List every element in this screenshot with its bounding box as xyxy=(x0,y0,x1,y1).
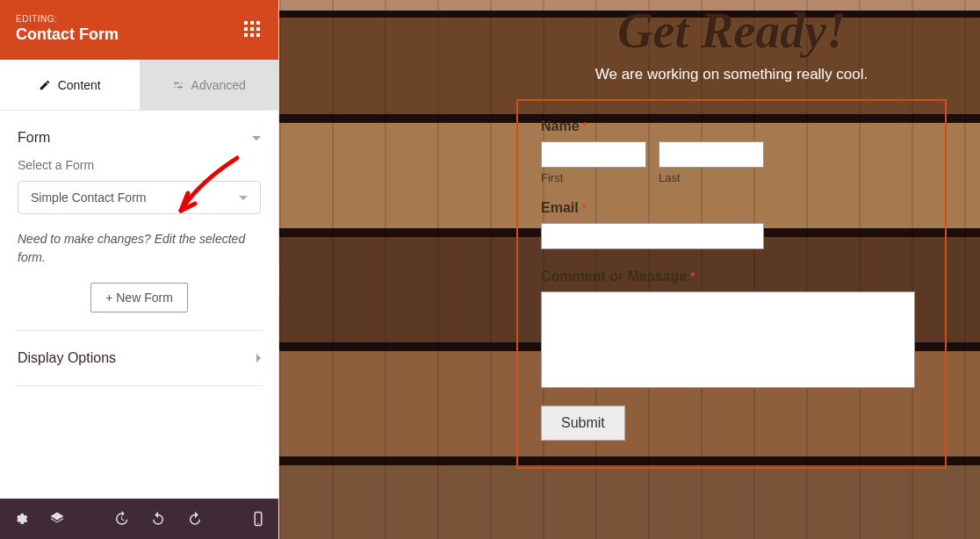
sidebar-header: EDITING: Contact Form xyxy=(0,0,278,60)
first-label: First xyxy=(541,171,646,184)
new-form-button[interactable]: + New Form xyxy=(90,283,188,313)
name-label: Name * xyxy=(541,119,922,134)
form-select[interactable]: Simple Contact Form xyxy=(18,181,261,214)
history-icon[interactable] xyxy=(113,511,129,527)
comment-label: Comment or Message * xyxy=(541,269,922,284)
comment-textarea[interactable] xyxy=(541,291,915,388)
tagline-text: We are working on something really cool. xyxy=(516,66,947,83)
layers-icon[interactable] xyxy=(49,511,65,527)
panel: Form Select a Form Simple Contact Form N… xyxy=(0,111,278,499)
widget-title: Contact Form xyxy=(16,25,119,44)
tab-content[interactable]: Content xyxy=(0,60,140,110)
editing-label: EDITING: xyxy=(16,14,119,24)
undo-icon[interactable] xyxy=(150,511,166,527)
display-options-label: Display Options xyxy=(18,350,116,366)
chevron-down-icon xyxy=(252,136,261,140)
settings-icon[interactable] xyxy=(12,511,28,527)
required-mark: * xyxy=(690,270,695,283)
required-mark: * xyxy=(583,119,587,133)
form-section-label: Form xyxy=(18,130,50,146)
tabs: Content Advanced xyxy=(0,60,278,111)
help-text: Need to make changes? Edit the selected … xyxy=(18,230,261,267)
chevron-right-icon xyxy=(256,354,261,363)
email-input[interactable] xyxy=(541,223,764,249)
select-form-label: Select a Form xyxy=(18,158,261,172)
headline-text: Get Ready! xyxy=(516,5,947,57)
email-label: Email * xyxy=(541,200,922,216)
tab-content-label: Content xyxy=(58,78,101,92)
form-select-value: Simple Contact Form xyxy=(31,190,146,205)
last-label: Last xyxy=(659,171,764,184)
caret-down-icon xyxy=(239,196,248,200)
last-name-input[interactable] xyxy=(659,141,764,168)
required-mark: * xyxy=(582,201,587,214)
preview-canvas: Get Ready! We are working on something r… xyxy=(279,0,980,539)
redo-icon[interactable] xyxy=(187,511,203,527)
tab-advanced[interactable]: Advanced xyxy=(140,60,279,110)
form-section-header[interactable]: Form xyxy=(18,111,261,158)
submit-button[interactable]: Submit xyxy=(541,406,625,441)
apps-grid-icon[interactable] xyxy=(241,18,263,40)
svg-point-1 xyxy=(257,523,259,525)
pencil-icon xyxy=(39,79,51,91)
display-options-header[interactable]: Display Options xyxy=(18,331,261,385)
form-container[interactable]: Name * First Last Email * Comment or Mes… xyxy=(516,99,947,469)
first-name-input[interactable] xyxy=(541,141,646,168)
tab-advanced-label: Advanced xyxy=(191,78,246,92)
sidebar-footer xyxy=(0,499,278,539)
sliders-icon xyxy=(172,79,184,91)
widget-wrapper: Get Ready! We are working on something r… xyxy=(516,5,947,539)
mobile-icon[interactable] xyxy=(250,511,266,527)
editor-sidebar: EDITING: Contact Form Content Advanced F… xyxy=(0,0,279,539)
